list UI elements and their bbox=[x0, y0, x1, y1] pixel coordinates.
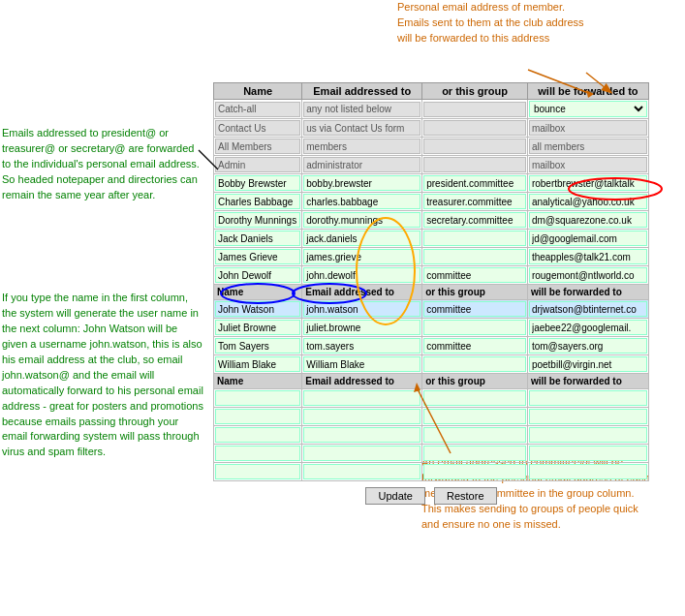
cell-input-email[interactable] bbox=[303, 409, 420, 424]
update-button[interactable]: Update bbox=[365, 487, 424, 505]
cell-input-name[interactable] bbox=[215, 356, 300, 372]
cell-input-forward[interactable] bbox=[529, 390, 647, 406]
table-row bbox=[214, 174, 649, 193]
cell-input-group[interactable] bbox=[423, 102, 526, 117]
cell-input-forward[interactable] bbox=[529, 194, 647, 209]
cell-input-email[interactable] bbox=[303, 157, 420, 172]
cell-input-group[interactable] bbox=[423, 427, 526, 443]
restore-button[interactable]: Restore bbox=[434, 487, 497, 505]
cell-input-group[interactable] bbox=[423, 120, 526, 136]
cell-input-email[interactable] bbox=[303, 120, 420, 136]
cell-input-email[interactable] bbox=[303, 194, 420, 209]
cell-input-group[interactable] bbox=[423, 446, 526, 461]
subheader-cell: Name bbox=[214, 374, 302, 389]
cell-input-name[interactable] bbox=[215, 427, 300, 443]
cell-input-forward[interactable] bbox=[529, 139, 647, 154]
cell-input-forward[interactable] bbox=[529, 175, 647, 191]
cell-input-email[interactable] bbox=[303, 320, 420, 335]
cell-input-name[interactable] bbox=[215, 139, 300, 154]
table-row bbox=[214, 426, 649, 445]
cell-input-group[interactable] bbox=[423, 320, 526, 335]
cell-input-group[interactable] bbox=[423, 301, 526, 317]
cell-input-email[interactable] bbox=[303, 231, 420, 246]
cell-input-forward[interactable] bbox=[529, 356, 647, 372]
main-container: Personal email address of member. Emails… bbox=[0, 0, 685, 616]
cell-input-email[interactable] bbox=[303, 102, 420, 117]
cell-input-email[interactable] bbox=[303, 249, 420, 264]
table-row bbox=[214, 138, 649, 156]
subheader-cell: will be forwarded to bbox=[527, 285, 648, 300]
cell-input-name[interactable] bbox=[215, 338, 300, 354]
cell-input-forward[interactable] bbox=[529, 320, 647, 335]
cell-input-forward[interactable] bbox=[529, 157, 647, 172]
table-row: bouncemailboxdelete bbox=[214, 100, 649, 119]
cell-input-forward[interactable] bbox=[529, 120, 647, 136]
cell-input-group[interactable] bbox=[423, 194, 526, 209]
forward-select[interactable]: bouncemailboxdelete bbox=[529, 101, 647, 117]
table-row: NameEmail addressed toor this groupwill … bbox=[214, 285, 649, 300]
cell-input-group[interactable] bbox=[423, 390, 526, 406]
cell-input-email[interactable] bbox=[303, 212, 420, 228]
cell-input-name[interactable] bbox=[215, 267, 300, 283]
cell-input-group[interactable] bbox=[423, 175, 526, 191]
cell-input-forward[interactable] bbox=[529, 427, 647, 443]
cell-input-name[interactable] bbox=[215, 102, 300, 117]
cell-input-email[interactable] bbox=[303, 175, 420, 191]
cell-input-group[interactable] bbox=[423, 249, 526, 264]
cell-input-email[interactable] bbox=[303, 267, 420, 283]
cell-input-email[interactable] bbox=[303, 301, 420, 317]
cell-input-name[interactable] bbox=[215, 231, 300, 246]
cell-input-email[interactable] bbox=[303, 427, 420, 443]
cell-input-forward[interactable] bbox=[529, 249, 647, 264]
cell-input-name[interactable] bbox=[215, 301, 300, 317]
cell-input-email[interactable] bbox=[303, 139, 420, 154]
cell-input-email[interactable] bbox=[303, 390, 420, 406]
table-row bbox=[214, 355, 649, 374]
cell-input-forward[interactable] bbox=[529, 446, 647, 461]
cell-input-group[interactable] bbox=[423, 409, 526, 424]
cell-input-forward[interactable] bbox=[529, 267, 647, 283]
cell-input-group[interactable] bbox=[423, 356, 526, 372]
annotation-left-bottom: If you type the name in the first column… bbox=[2, 291, 205, 460]
cell-input-name[interactable] bbox=[215, 157, 300, 172]
table-row bbox=[214, 389, 649, 408]
cell-input-name[interactable] bbox=[215, 212, 300, 228]
cell-input-name[interactable] bbox=[215, 390, 300, 406]
cell-input-forward[interactable] bbox=[529, 338, 647, 354]
table-row bbox=[214, 445, 649, 463]
cell-input-group[interactable] bbox=[423, 464, 526, 479]
cell-input-name[interactable] bbox=[215, 464, 300, 479]
button-row: Update Restore bbox=[213, 487, 649, 505]
cell-input-email[interactable] bbox=[303, 356, 420, 372]
table-row bbox=[214, 266, 649, 285]
cell-input-forward[interactable] bbox=[529, 212, 647, 228]
table-row bbox=[214, 230, 649, 248]
cell-input-group[interactable] bbox=[423, 338, 526, 354]
cell-input-email[interactable] bbox=[303, 446, 420, 461]
cell-input-group[interactable] bbox=[423, 139, 526, 154]
table-row: NameEmail addressed toor this groupwill … bbox=[214, 374, 649, 389]
cell-input-group[interactable] bbox=[423, 212, 526, 228]
cell-input-name[interactable] bbox=[215, 249, 300, 264]
annotation-top-right: Personal email address of member. Emails… bbox=[397, 0, 591, 46]
cell-input-name[interactable] bbox=[215, 175, 300, 191]
cell-input-forward[interactable] bbox=[529, 231, 647, 246]
cell-input-forward[interactable] bbox=[529, 301, 647, 317]
cell-input-email[interactable] bbox=[303, 338, 420, 354]
cell-input-name[interactable] bbox=[215, 446, 300, 461]
cell-input-forward[interactable] bbox=[529, 409, 647, 424]
cell-input-name[interactable] bbox=[215, 409, 300, 424]
cell-input-name[interactable] bbox=[215, 320, 300, 335]
cell-input-name[interactable] bbox=[215, 194, 300, 209]
table-row bbox=[214, 337, 649, 355]
cell-input-email[interactable] bbox=[303, 464, 420, 479]
cell-input-forward[interactable] bbox=[529, 464, 647, 479]
cell-input-group[interactable] bbox=[423, 157, 526, 172]
table-row bbox=[214, 211, 649, 230]
cell-input-group[interactable] bbox=[423, 231, 526, 246]
table-row bbox=[214, 119, 649, 138]
cell-input-group[interactable] bbox=[423, 267, 526, 283]
table-header-row: Name Email addressed to or this group wi… bbox=[214, 83, 649, 100]
cell-input-name[interactable] bbox=[215, 120, 300, 136]
table-row bbox=[214, 300, 649, 319]
